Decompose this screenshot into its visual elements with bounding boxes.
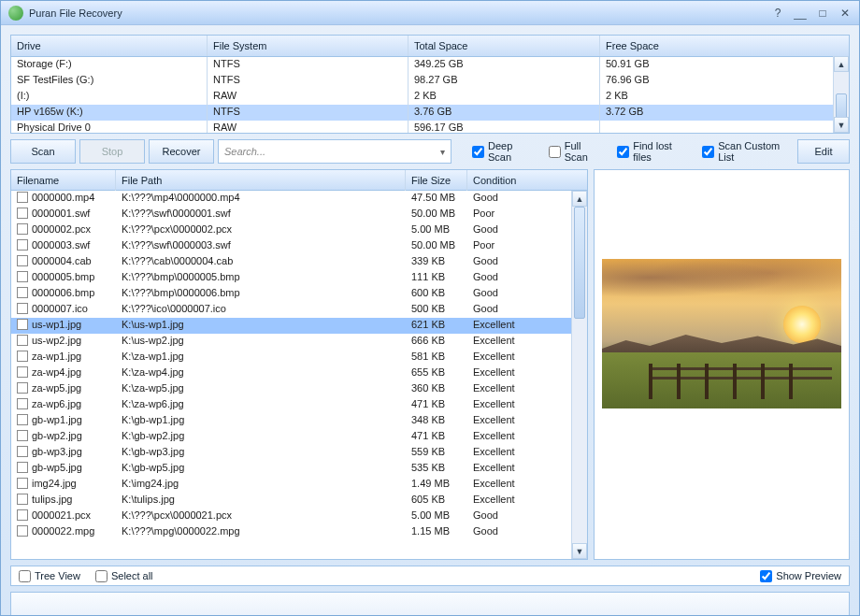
find-lost-checkbox[interactable]: Find lost files — [617, 140, 689, 163]
drive-cell-drive: Storage (F:) — [11, 57, 208, 73]
file-cell-name: gb-wp1.jpg — [11, 413, 116, 429]
file-cell-cond: Excellent — [467, 318, 533, 334]
file-scrollbar[interactable]: ▲ ▼ — [571, 191, 587, 559]
file-row[interactable]: 0000006.bmpK:\???\bmp\0000006.bmp600 KBG… — [11, 286, 571, 302]
scroll-down-icon[interactable]: ▼ — [834, 117, 849, 133]
drive-header-total[interactable]: Total Space — [408, 36, 600, 56]
file-checkbox[interactable] — [17, 271, 28, 282]
file-row[interactable]: gb-wp3.jpgK:\gb-wp3.jpg559 KBExcellent — [11, 445, 571, 461]
drive-row[interactable]: HP v165w (K:)NTFS3.76 GB3.72 GB — [11, 105, 849, 121]
file-checkbox[interactable] — [17, 192, 28, 203]
file-row[interactable]: gb-wp1.jpgK:\gb-wp1.jpg348 KBExcellent — [11, 413, 571, 429]
file-cell-name: us-wp1.jpg — [11, 318, 116, 334]
drive-row[interactable]: Storage (F:)NTFS349.25 GB50.91 GB — [11, 57, 849, 73]
toolbar: Scan Stop Recover Search... Deep Scan Fu… — [10, 139, 850, 164]
drive-cell-total: 596.17 GB — [408, 121, 600, 134]
file-row[interactable]: 0000005.bmpK:\???\bmp\0000005.bmp111 KBG… — [11, 270, 571, 286]
file-checkbox[interactable] — [17, 478, 28, 489]
file-checkbox[interactable] — [17, 208, 28, 219]
scroll-thumb[interactable] — [574, 207, 585, 319]
file-cell-path: K:\img24.jpg — [116, 477, 406, 493]
file-cell-name: 0000021.pcx — [11, 509, 116, 524]
recover-button[interactable]: Recover — [149, 139, 214, 164]
search-input[interactable]: Search... — [218, 139, 452, 164]
close-button[interactable]: ✕ — [835, 5, 855, 21]
file-checkbox[interactable] — [17, 319, 28, 330]
drive-scrollbar[interactable]: ▲ ▼ — [833, 56, 849, 133]
file-row[interactable]: 0000003.swfK:\???\swf\0000003.swf50.00 M… — [11, 238, 571, 254]
help-button[interactable]: ? — [767, 5, 788, 21]
file-checkbox[interactable] — [17, 430, 28, 441]
file-cell-size: 666 KB — [406, 334, 467, 350]
file-checkbox[interactable] — [17, 446, 28, 457]
file-row[interactable]: img24.jpgK:\img24.jpg1.49 MBExcellent — [11, 477, 571, 493]
file-checkbox[interactable] — [17, 525, 28, 537]
file-row[interactable]: 0000002.pcxK:\???\pcx\0000002.pcx5.00 MB… — [11, 222, 571, 238]
file-checkbox[interactable] — [17, 239, 28, 251]
file-checkbox[interactable] — [17, 303, 28, 314]
deep-scan-checkbox[interactable]: Deep Scan — [472, 140, 536, 163]
scroll-up-icon[interactable]: ▲ — [572, 191, 587, 207]
preview-panel — [594, 169, 850, 560]
file-checkbox[interactable] — [17, 255, 28, 266]
file-row[interactable]: 0000000.mp4K:\???\mp4\0000000.mp447.50 M… — [11, 191, 571, 207]
file-checkbox[interactable] — [17, 509, 28, 521]
file-cell-size: 348 KB — [406, 413, 467, 429]
file-cell-name: 0000005.bmp — [11, 270, 116, 286]
drive-row[interactable]: (I:)RAW2 KB2 KB — [11, 89, 849, 105]
drive-header-fs[interactable]: File System — [208, 36, 408, 56]
file-checkbox[interactable] — [17, 287, 28, 298]
select-all-checkbox[interactable]: Select all — [95, 570, 153, 582]
file-checkbox[interactable] — [17, 223, 28, 235]
file-row[interactable]: us-wp2.jpgK:\us-wp2.jpg666 KBExcellent — [11, 334, 571, 350]
file-cell-size: 1.49 MB — [406, 477, 467, 493]
file-cell-size: 559 KB — [406, 445, 467, 461]
tree-view-checkbox[interactable]: Tree View — [19, 570, 80, 582]
drive-header-drive[interactable]: Drive — [11, 36, 208, 56]
file-row[interactable]: 0000021.pcxK:\???\pcx\0000021.pcx5.00 MB… — [11, 509, 571, 524]
scan-button[interactable]: Scan — [10, 139, 76, 164]
file-row[interactable]: za-wp1.jpgK:\za-wp1.jpg581 KBExcellent — [11, 350, 571, 365]
file-checkbox[interactable] — [17, 462, 28, 473]
minimize-button[interactable]: __ — [790, 5, 810, 21]
file-checkbox[interactable] — [17, 351, 28, 362]
scroll-down-icon[interactable]: ▼ — [572, 543, 587, 559]
file-checkbox[interactable] — [17, 398, 28, 409]
file-header-size[interactable]: File Size — [406, 170, 467, 191]
file-row[interactable]: tulips.jpgK:\tulips.jpg605 KBExcellent — [11, 493, 571, 509]
drive-row[interactable]: Physical Drive 0RAW596.17 GB — [11, 121, 849, 134]
file-row[interactable]: za-wp4.jpgK:\za-wp4.jpg655 KBExcellent — [11, 365, 571, 381]
file-checkbox[interactable] — [17, 335, 28, 346]
file-checkbox[interactable] — [17, 494, 28, 505]
file-cell-size: 655 KB — [406, 365, 467, 381]
file-cell-name: 0000007.ico — [11, 302, 116, 318]
scroll-up-icon[interactable]: ▲ — [834, 56, 849, 72]
file-cell-name: gb-wp2.jpg — [11, 429, 116, 445]
show-preview-checkbox[interactable]: Show Preview — [760, 570, 841, 582]
file-row[interactable]: gb-wp5.jpgK:\gb-wp5.jpg535 KBExcellent — [11, 461, 571, 477]
file-header-cond[interactable]: Condition — [467, 170, 533, 191]
file-cell-size: 500 KB — [406, 302, 467, 318]
stop-button[interactable]: Stop — [79, 139, 145, 164]
file-row[interactable]: za-wp5.jpgK:\za-wp5.jpg360 KBExcellent — [11, 381, 571, 397]
drive-cell-total: 2 KB — [408, 89, 600, 105]
scan-custom-checkbox[interactable]: Scan Custom List — [702, 140, 794, 163]
drive-row[interactable]: SF TestFiles (G:)NTFS98.27 GB76.96 GB — [11, 73, 849, 89]
file-row[interactable]: us-wp1.jpgK:\us-wp1.jpg621 KBExcellent — [11, 318, 571, 334]
file-row[interactable]: 0000001.swfK:\???\swf\0000001.swf50.00 M… — [11, 207, 571, 222]
file-row[interactable]: 0000007.icoK:\???\ico\0000007.ico500 KBG… — [11, 302, 571, 318]
drive-cell-fs: NTFS — [208, 105, 408, 121]
file-checkbox[interactable] — [17, 414, 28, 425]
file-header-name[interactable]: Filename — [11, 170, 116, 191]
edit-button[interactable]: Edit — [797, 139, 850, 164]
maximize-button[interactable]: □ — [812, 5, 833, 21]
drive-header-free[interactable]: Free Space — [600, 36, 849, 56]
file-row[interactable]: 0000004.cabK:\???\cab\0000004.cab339 KBG… — [11, 254, 571, 270]
full-scan-checkbox[interactable]: Full Scan — [549, 140, 605, 163]
file-row[interactable]: za-wp6.jpgK:\za-wp6.jpg471 KBExcellent — [11, 397, 571, 413]
file-row[interactable]: gb-wp2.jpgK:\gb-wp2.jpg471 KBExcellent — [11, 429, 571, 445]
file-checkbox[interactable] — [17, 366, 28, 378]
file-checkbox[interactable] — [17, 382, 28, 394]
file-header-path[interactable]: File Path — [116, 170, 406, 191]
file-row[interactable]: 0000022.mpgK:\???\mpg\0000022.mpg1.15 MB… — [11, 524, 571, 540]
